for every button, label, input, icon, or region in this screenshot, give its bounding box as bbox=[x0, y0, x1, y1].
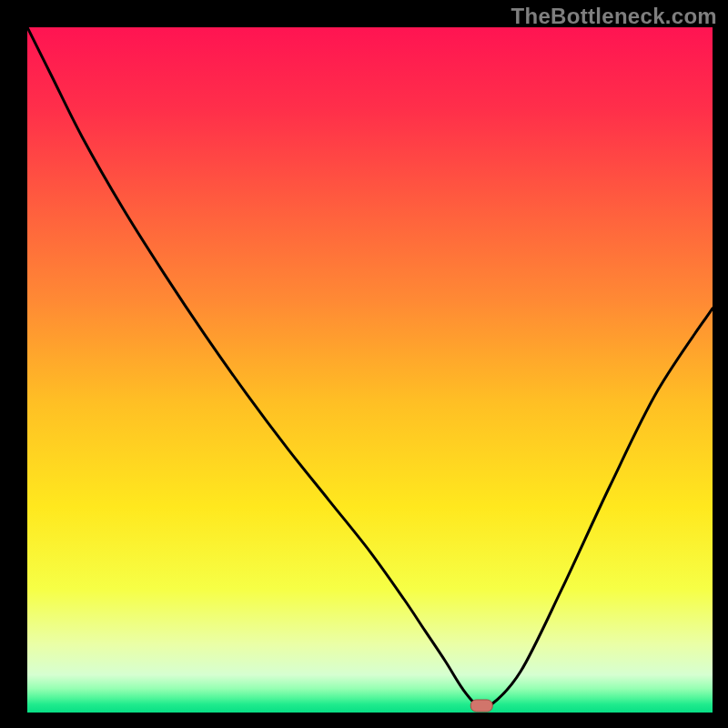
gradient-background bbox=[27, 27, 713, 713]
watermark-text: TheBottleneck.com bbox=[511, 4, 717, 29]
outer-frame: TheBottleneck.com bbox=[0, 0, 728, 728]
optimum-marker bbox=[470, 700, 492, 712]
plot-area bbox=[27, 27, 713, 713]
bottleneck-chart bbox=[27, 27, 713, 713]
